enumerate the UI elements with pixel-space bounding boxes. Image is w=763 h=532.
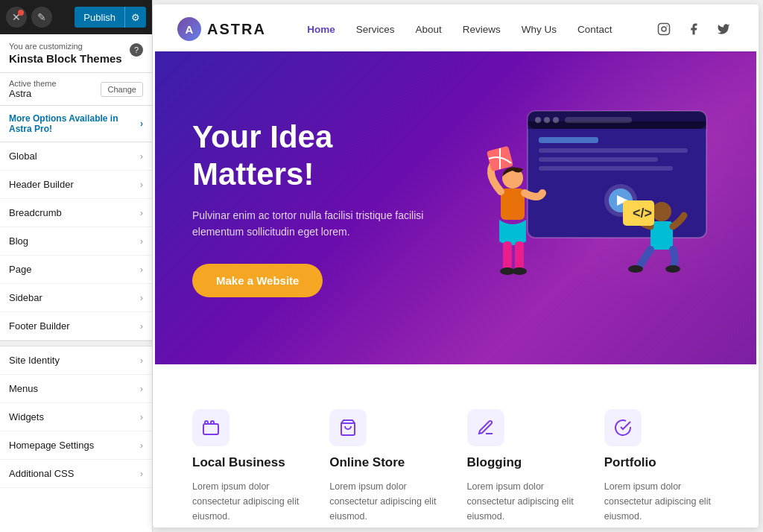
feature-title-local-business: Local Business	[192, 455, 307, 470]
hero-cta-button[interactable]: Make a Website	[192, 264, 323, 297]
svg-point-27	[665, 265, 680, 273]
menu-item-breadcrumb[interactable]: Breadcrumb ›	[0, 199, 152, 227]
help-icon[interactable]: ?	[130, 43, 143, 57]
active-theme-name: Astra	[9, 88, 57, 99]
local-business-icon	[192, 409, 229, 446]
feature-title-blogging: Blogging	[467, 455, 582, 470]
menu-divider	[0, 341, 152, 346]
svg-rect-10	[539, 137, 598, 143]
edit-icon-button[interactable]: ✎	[31, 7, 52, 28]
svg-rect-25	[650, 221, 673, 250]
svg-point-7	[544, 117, 550, 123]
customizing-label: You are customizing	[9, 42, 122, 51]
site-logo: A ASTRA	[177, 17, 266, 41]
chevron-right-icon: ›	[140, 118, 143, 129]
instagram-icon[interactable]	[653, 19, 674, 39]
social-icons	[653, 19, 734, 39]
logo-icon: A	[177, 17, 201, 41]
nav-links: Home Services About Reviews Why Us Conta…	[307, 22, 612, 36]
nav-link-why-us[interactable]: Why Us	[522, 22, 557, 36]
astra-pro-label: More Options Available in Astra Pro!	[9, 113, 140, 134]
menu-item-site-identity-label: Site Identity	[9, 355, 60, 366]
site-name: Kinsta Block Themes	[9, 52, 122, 65]
chevron-right-icon: ›	[140, 383, 143, 394]
active-theme-section: Active theme Astra Change	[0, 73, 152, 106]
feature-card-portfolio: Portfolio Lorem ipsum dolor consectetur …	[604, 409, 719, 524]
menu-item-footer-builder[interactable]: Footer Builder ›	[0, 312, 152, 341]
site-nav: A ASTRA Home Services About Reviews Why …	[155, 7, 756, 51]
menu-item-page[interactable]: Page ›	[0, 256, 152, 284]
nav-link-about[interactable]: About	[416, 22, 442, 36]
menu-item-homepage-settings[interactable]: Homepage Settings ›	[0, 431, 152, 460]
facebook-icon[interactable]	[683, 19, 704, 39]
customizer-panel: ✕ ✎ Publish ⚙ You are customizing Kinsta…	[0, 0, 153, 532]
menu-item-menus-label: Menus	[9, 383, 38, 394]
change-theme-button[interactable]: Change	[101, 82, 143, 97]
svg-rect-11	[539, 148, 688, 153]
feature-title-online-store: Online Store	[329, 455, 444, 470]
menu-item-header-builder-label: Header Builder	[9, 179, 74, 190]
svg-rect-19	[503, 241, 512, 271]
svg-point-8	[553, 117, 559, 123]
menu-item-additional-css[interactable]: Additional CSS ›	[0, 460, 152, 488]
chevron-right-icon: ›	[140, 292, 143, 303]
nav-link-reviews[interactable]: Reviews	[463, 22, 501, 36]
nav-link-home[interactable]: Home	[307, 22, 335, 36]
svg-point-24	[652, 202, 671, 221]
hero-content: Your Idea Matters! Pulvinar enim ac tort…	[192, 118, 456, 298]
pencil-icon: ✎	[37, 11, 46, 23]
feature-card-online-store: Online Store Lorem ipsum dolor consectet…	[329, 409, 444, 524]
hero-description: Pulvinar enim ac tortor nulla facilisi t…	[192, 207, 456, 241]
svg-point-26	[628, 265, 643, 273]
site-preview: A ASTRA Home Services About Reviews Why …	[155, 7, 756, 525]
active-theme-label: Active theme	[9, 79, 57, 88]
chevron-right-icon: ›	[140, 320, 143, 332]
online-store-icon	[329, 409, 367, 446]
chevron-right-icon: ›	[140, 440, 143, 451]
menu-section: Global › Header Builder › Breadcrumb › B…	[0, 142, 152, 532]
svg-rect-30	[203, 424, 218, 434]
svg-text:</>: </>	[633, 206, 652, 221]
svg-rect-9	[565, 117, 632, 123]
chevron-right-icon: ›	[140, 411, 143, 422]
feature-title-portfolio: Portfolio	[604, 455, 719, 470]
menu-item-header-builder[interactable]: Header Builder ›	[0, 171, 152, 199]
publish-gear-icon[interactable]: ⚙	[124, 7, 146, 28]
hero-illustration: </>	[460, 104, 714, 312]
svg-point-22	[512, 267, 527, 275]
svg-rect-20	[515, 241, 524, 271]
twitter-icon[interactable]	[713, 19, 734, 39]
menu-item-homepage-settings-label: Homepage Settings	[9, 440, 94, 451]
menu-item-menus[interactable]: Menus ›	[0, 375, 152, 403]
menu-item-footer-builder-label: Footer Builder	[9, 320, 70, 332]
menu-item-page-label: Page	[9, 264, 31, 275]
hero-image: </>	[456, 104, 720, 312]
chevron-right-icon: ›	[140, 235, 143, 247]
chevron-right-icon: ›	[140, 264, 143, 275]
menu-item-widgets[interactable]: Widgets ›	[0, 403, 152, 431]
hero-title: Your Idea Matters!	[192, 118, 456, 194]
svg-rect-13	[539, 166, 673, 171]
publish-button[interactable]: Publish ⚙	[75, 7, 146, 28]
chevron-right-icon: ›	[140, 207, 143, 218]
astra-pro-banner[interactable]: More Options Available in Astra Pro! ›	[0, 106, 152, 142]
menu-item-blog[interactable]: Blog ›	[0, 227, 152, 256]
svg-rect-0	[659, 24, 670, 35]
menu-item-widgets-label: Widgets	[9, 411, 44, 422]
nav-link-services[interactable]: Services	[356, 22, 395, 36]
feature-card-local-business: Local Business Lorem ipsum dolor consect…	[192, 409, 307, 524]
close-button[interactable]: ✕	[6, 7, 27, 28]
feature-desc-local-business: Lorem ipsum dolor consectetur adipiscing…	[192, 479, 307, 524]
portfolio-icon	[604, 409, 642, 446]
menu-item-sidebar[interactable]: Sidebar ›	[0, 284, 152, 312]
svg-point-2	[666, 25, 668, 27]
menu-item-global-label: Global	[9, 151, 37, 162]
features-section: Local Business Lorem ipsum dolor consect…	[155, 364, 756, 525]
menu-item-global[interactable]: Global ›	[0, 142, 152, 171]
menu-item-site-identity[interactable]: Site Identity ›	[0, 346, 152, 375]
top-bar: ✕ ✎ Publish ⚙	[0, 0, 152, 34]
nav-link-contact[interactable]: Contact	[577, 22, 612, 36]
hero-section: Your Idea Matters! Pulvinar enim ac tort…	[155, 51, 756, 364]
publish-label: Publish	[75, 12, 124, 23]
blogging-icon	[467, 409, 504, 446]
